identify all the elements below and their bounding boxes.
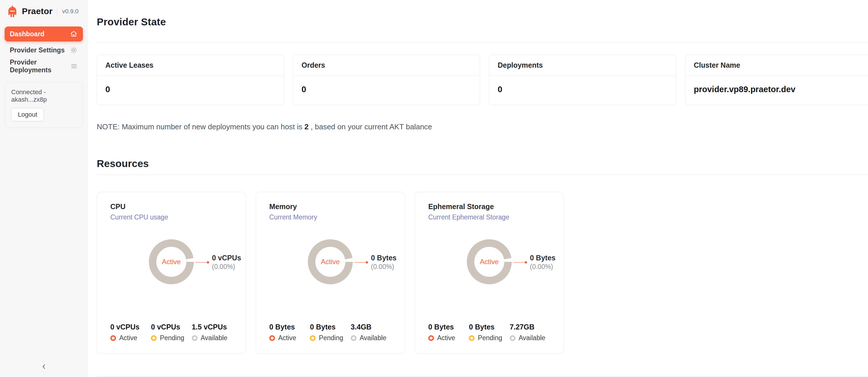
page-title: Provider State [97, 16, 868, 28]
legend-item-active: 0 Bytes Active [269, 323, 310, 342]
callout-dot-icon [366, 261, 368, 263]
chart-legend: 0 vCPUs Active 0 vCPUs Pending 1.5 vCPUs… [110, 323, 232, 345]
legend-value: 0 vCPUs [151, 323, 191, 331]
stat-card-value: provider.vp89.praetor.dev [685, 76, 868, 105]
sidebar-item-provider-settings[interactable]: Provider Settings [5, 43, 83, 58]
callout-value: 0 vCPUs [212, 254, 241, 262]
legend-label: Pending [160, 334, 184, 342]
legend-item-pending: 0 Bytes Pending [310, 323, 350, 342]
praetor-logo-icon [6, 5, 19, 18]
legend-label: Available [519, 334, 546, 342]
logo-separator [57, 7, 57, 15]
callout-value: 0 Bytes [530, 254, 556, 262]
chart-area: Active 0 Bytes (0.00%) [269, 221, 392, 323]
donut-center-label: Active [308, 239, 353, 284]
sidebar-item-label: Provider Settings [10, 46, 64, 54]
sidebar-item-label: Provider Deployments [10, 59, 70, 74]
legend-label: Available [201, 334, 227, 342]
donut-chart: Active [467, 239, 512, 284]
legend-item-available: 3.4GB Available [351, 323, 392, 342]
sidebar-item-label: Dashboard [10, 30, 44, 38]
sidebar-collapse-button[interactable] [37, 360, 50, 373]
gear-icon [70, 46, 78, 54]
app-root: Praetor v0.9.0 Dashboard Provider Settin… [0, 0, 868, 377]
legend-label: Active [278, 334, 296, 342]
callout-arrow-icon [195, 262, 207, 263]
resources-title: Resources [97, 158, 868, 169]
donut-center-label: Active [467, 239, 512, 284]
legend-ring-pending-icon [469, 335, 475, 341]
legend-label: Pending [319, 334, 343, 342]
legend-ring-pending-icon [151, 335, 157, 341]
legend-value: 0 Bytes [469, 323, 509, 331]
chart-area: Active 0 vCPUs (0.00%) [110, 221, 232, 323]
callout-percent: (0.00%) [212, 263, 241, 271]
section-divider [97, 175, 868, 175]
legend-item-pending: 0 vCPUs Pending [151, 323, 191, 342]
resource-card-memory: Memory Current Memory Active 0 Bytes [256, 192, 405, 354]
legend-value: 0 Bytes [269, 323, 310, 331]
legend-ring-available-icon [351, 335, 356, 341]
callout-arrow-icon [354, 262, 366, 263]
callout-percent: (0.00%) [371, 263, 397, 271]
legend-item-pending: 0 Bytes Pending [469, 323, 509, 342]
donut-center-label: Active [149, 239, 194, 284]
stat-card-label: Deployments [489, 55, 676, 76]
legend-ring-active-icon [269, 335, 275, 341]
callout-arrow-icon [514, 262, 524, 263]
legend-ring-active-icon [110, 335, 116, 341]
legend-value: 0 Bytes [310, 323, 350, 331]
resource-cards: CPU Current CPU usage Active 0 vCPUs [97, 192, 868, 354]
legend-ring-available-icon [510, 335, 516, 341]
app-version: v0.9.0 [62, 8, 78, 15]
chart-legend: 0 Bytes Active 0 Bytes Pending 3.4GB Ava… [269, 323, 392, 345]
stat-card-label: Cluster Name [685, 55, 868, 76]
home-icon [70, 30, 78, 38]
legend-item-active: 0 vCPUs Active [110, 323, 151, 342]
legend-item-active: 0 Bytes Active [428, 323, 469, 342]
resource-card-title: CPU [110, 202, 232, 211]
chevron-left-icon [40, 363, 48, 371]
logo-row: Praetor v0.9.0 [0, 0, 88, 22]
legend-value: 0 vCPUs [110, 323, 151, 331]
donut-callout: 0 vCPUs (0.00%) [195, 254, 241, 271]
legend-value: 3.4GB [351, 323, 392, 331]
legend-label: Available [360, 334, 386, 342]
resource-card-title: Ephemeral Storage [428, 202, 550, 211]
logout-button[interactable]: Logout [11, 108, 44, 121]
note-text: NOTE: Maximum number of new deployments … [97, 122, 868, 131]
callout-percent: (0.00%) [530, 263, 556, 271]
note-value: 2 [304, 122, 308, 131]
sidebar-item-provider-deployments[interactable]: Provider Deployments [5, 59, 83, 74]
stat-card-active-leases: Active Leases 0 [97, 55, 284, 105]
legend-ring-pending-icon [310, 335, 316, 341]
donut-chart: Active [149, 239, 194, 284]
list-icon [70, 62, 78, 70]
donut-callout: 0 Bytes (0.00%) [354, 254, 397, 271]
legend-label: Pending [478, 334, 502, 342]
sidebar: Praetor v0.9.0 Dashboard Provider Settin… [0, 0, 88, 377]
stat-card-label: Active Leases [97, 55, 284, 76]
stat-card-cluster-name: Cluster Name provider.vp89.praetor.dev [685, 55, 868, 105]
chart-area: Active 0 Bytes (0.00%) [428, 221, 550, 323]
stat-card-deployments: Deployments 0 [489, 55, 676, 105]
legend-ring-active-icon [428, 335, 434, 341]
chart-legend: 0 Bytes Active 0 Bytes Pending 7.27GB Av… [428, 323, 550, 345]
section-divider [97, 376, 868, 377]
legend-label: Active [437, 334, 455, 342]
resource-card-subtitle: Current Memory [269, 213, 392, 221]
connection-card: Connected - akash...zx8p Logout [5, 82, 83, 128]
legend-value: 0 Bytes [428, 323, 469, 331]
legend-value: 7.27GB [510, 323, 550, 331]
legend-ring-available-icon [192, 335, 197, 341]
stat-card-value: 0 [97, 76, 284, 105]
section-divider [97, 42, 868, 43]
sidebar-item-dashboard[interactable]: Dashboard [5, 27, 83, 41]
resource-card-title: Memory [269, 202, 392, 211]
resource-card-subtitle: Current Ephemeral Storage [428, 213, 550, 221]
resource-card-ephemeral-storage: Ephemeral Storage Current Ephemeral Stor… [415, 192, 564, 354]
app-name: Praetor [22, 6, 53, 16]
legend-item-available: 7.27GB Available [510, 323, 550, 342]
stat-card-label: Orders [293, 55, 480, 76]
resource-card-cpu: CPU Current CPU usage Active 0 vCPUs [97, 192, 246, 354]
